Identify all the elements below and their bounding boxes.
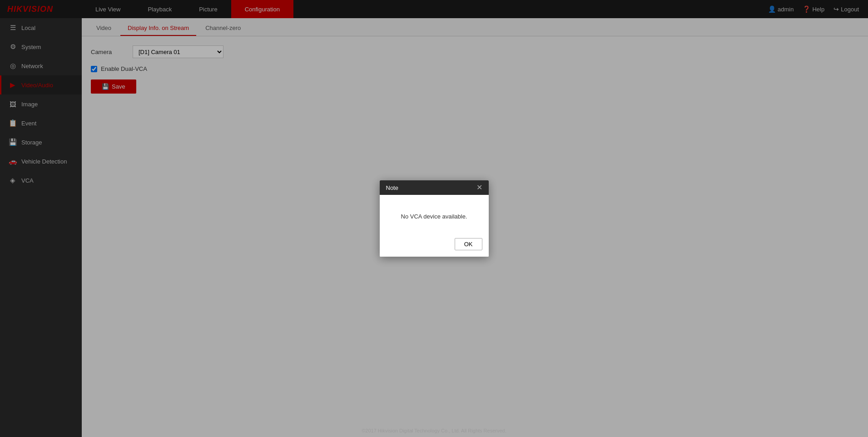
modal-header: Note ✕ — [380, 180, 489, 195]
modal-message: No VCA device available. — [401, 213, 467, 220]
modal-body: No VCA device available. — [380, 195, 489, 233]
modal-title: Note — [386, 184, 398, 191]
modal-footer: OK — [380, 233, 489, 257]
modal-ok-button[interactable]: OK — [455, 238, 482, 250]
modal-close-button[interactable]: ✕ — [476, 184, 482, 191]
modal-overlay: Note ✕ No VCA device available. OK — [0, 0, 868, 437]
modal-dialog: Note ✕ No VCA device available. OK — [380, 180, 489, 257]
